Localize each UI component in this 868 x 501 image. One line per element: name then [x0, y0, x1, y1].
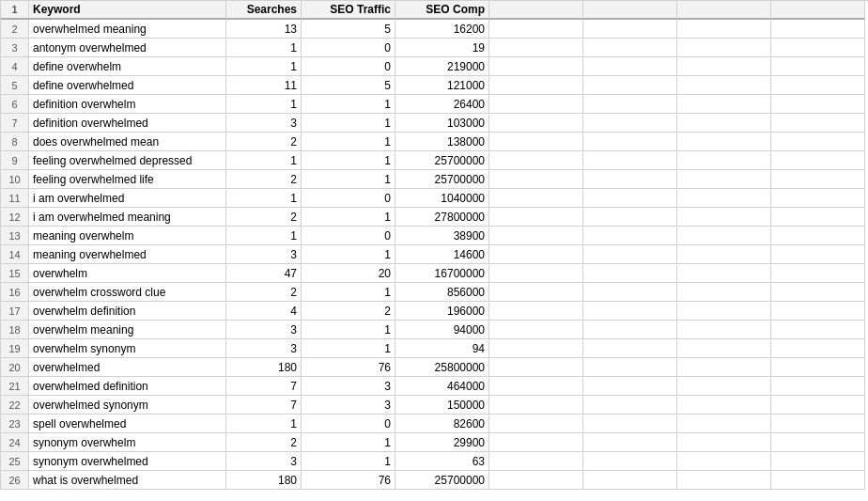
searches-cell[interactable]: 2 [226, 208, 302, 227]
seo-traffic-cell[interactable]: 1 [302, 95, 395, 114]
seo-comp-cell[interactable]: 1040000 [395, 189, 489, 208]
seo-comp-cell[interactable]: 25700000 [395, 471, 489, 490]
searches-cell[interactable]: 1 [226, 39, 302, 57]
searches-cell[interactable]: 1 [226, 151, 302, 170]
searches-cell[interactable]: 3 [226, 245, 302, 264]
seo-comp-cell[interactable]: 26400 [395, 95, 489, 114]
seo-traffic-cell[interactable]: 0 [302, 415, 395, 433]
keyword-cell[interactable]: meaning overwhelm [29, 227, 226, 245]
keyword-cell[interactable]: overwhelmed definition [29, 377, 226, 396]
seo-comp-cell[interactable]: 27800000 [395, 208, 489, 227]
keyword-cell[interactable]: definition overwhelm [29, 95, 226, 114]
seo-traffic-cell[interactable]: 20 [302, 264, 395, 283]
searches-cell[interactable]: 1 [226, 227, 302, 245]
searches-cell[interactable]: 1 [226, 189, 302, 208]
searches-cell[interactable]: 4 [226, 302, 302, 321]
seo-traffic-cell[interactable]: 0 [302, 39, 395, 57]
seo-comp-cell[interactable]: 19 [395, 39, 489, 57]
searches-cell[interactable]: 3 [226, 321, 302, 339]
seo-comp-cell[interactable]: 196000 [395, 302, 489, 321]
searches-cell[interactable]: 180 [226, 358, 302, 377]
keyword-cell[interactable]: meaning overwhelmed [29, 245, 226, 264]
seo-traffic-cell[interactable]: 1 [302, 283, 395, 302]
seo-comp-cell[interactable]: 14600 [395, 245, 489, 264]
keyword-cell[interactable]: what is overwhelmed [29, 471, 226, 490]
keyword-cell[interactable]: i am overwhelmed meaning [29, 208, 226, 227]
seo-comp-cell[interactable]: 25700000 [395, 170, 489, 189]
searches-cell[interactable]: 11 [226, 76, 302, 95]
seo-traffic-cell[interactable]: 1 [302, 452, 395, 471]
keyword-cell[interactable]: feeling overwhelmed depressed [29, 151, 226, 170]
keyword-cell[interactable]: overwhelm synonym [29, 339, 226, 358]
keyword-cell[interactable]: feeling overwhelmed life [29, 170, 226, 189]
searches-cell[interactable]: 2 [226, 283, 302, 302]
seo-comp-cell[interactable]: 29900 [395, 433, 489, 452]
keyword-cell[interactable]: overwhelm [29, 264, 226, 283]
seo-traffic-cell[interactable]: 1 [302, 151, 395, 170]
seo-traffic-cell[interactable]: 76 [302, 471, 395, 490]
keyword-cell[interactable]: overwhelm definition [29, 302, 226, 321]
searches-cell[interactable]: 13 [226, 20, 302, 39]
seo-traffic-cell[interactable]: 2 [302, 302, 395, 321]
seo-traffic-cell[interactable]: 3 [302, 396, 395, 415]
seo-comp-cell[interactable]: 25700000 [395, 151, 489, 170]
searches-cell[interactable]: 180 [226, 471, 302, 490]
seo-comp-cell[interactable]: 94000 [395, 321, 489, 339]
searches-cell[interactable]: 3 [226, 452, 302, 471]
seo-traffic-cell[interactable]: 1 [302, 433, 395, 452]
seo-traffic-cell[interactable]: 1 [302, 321, 395, 339]
searches-cell[interactable]: 2 [226, 170, 302, 189]
keyword-cell[interactable]: overwhelmed meaning [29, 20, 226, 39]
keyword-cell[interactable]: synonym overwhelm [29, 433, 226, 452]
seo-traffic-cell[interactable]: 1 [302, 133, 395, 151]
searches-cell[interactable]: 1 [226, 95, 302, 114]
seo-comp-cell[interactable]: 94 [395, 339, 489, 358]
keyword-cell[interactable]: define overwhelm [29, 57, 226, 76]
seo-traffic-cell[interactable]: 5 [302, 20, 395, 39]
seo-traffic-cell[interactable]: 1 [302, 339, 395, 358]
seo-comp-cell[interactable]: 38900 [395, 227, 489, 245]
searches-cell[interactable]: 1 [226, 57, 302, 76]
seo-comp-cell[interactable]: 103000 [395, 114, 489, 133]
seo-comp-cell[interactable]: 82600 [395, 415, 489, 433]
searches-cell[interactable]: 7 [226, 396, 302, 415]
seo-comp-cell[interactable]: 121000 [395, 76, 489, 95]
seo-traffic-cell[interactable]: 0 [302, 189, 395, 208]
seo-traffic-cell[interactable]: 1 [302, 208, 395, 227]
searches-cell[interactable]: 2 [226, 133, 302, 151]
seo-traffic-cell[interactable]: 5 [302, 76, 395, 95]
keyword-cell[interactable]: overwhelm crossword clue [29, 283, 226, 302]
seo-traffic-cell[interactable]: 1 [302, 170, 395, 189]
searches-cell[interactable]: 47 [226, 264, 302, 283]
seo-comp-cell[interactable]: 138000 [395, 133, 489, 151]
seo-comp-cell[interactable]: 219000 [395, 57, 489, 76]
searches-cell[interactable]: 3 [226, 339, 302, 358]
keyword-cell[interactable]: antonym overwhelmed [29, 39, 226, 57]
seo-traffic-cell[interactable]: 0 [302, 57, 395, 76]
seo-comp-cell[interactable]: 464000 [395, 377, 489, 396]
seo-traffic-cell[interactable]: 1 [302, 114, 395, 133]
seo-comp-cell[interactable]: 63 [395, 452, 489, 471]
keyword-cell[interactable]: does overwhelmed mean [29, 133, 226, 151]
searches-cell[interactable]: 2 [226, 433, 302, 452]
keyword-cell[interactable]: definition overwhelmed [29, 114, 226, 133]
searches-cell[interactable]: 7 [226, 377, 302, 396]
seo-comp-cell[interactable]: 856000 [395, 283, 489, 302]
seo-traffic-cell[interactable]: 1 [302, 245, 395, 264]
keyword-cell[interactable]: synonym overwhelmed [29, 452, 226, 471]
seo-comp-cell[interactable]: 25800000 [395, 358, 489, 377]
keyword-cell[interactable]: spell overwhelmed [29, 415, 226, 433]
seo-traffic-cell[interactable]: 3 [302, 377, 395, 396]
seo-comp-cell[interactable]: 16200 [395, 20, 489, 39]
searches-cell[interactable]: 3 [226, 114, 302, 133]
keyword-cell[interactable]: overwhelmed synonym [29, 396, 226, 415]
keyword-cell[interactable]: overwhelmed [29, 358, 226, 377]
keyword-cell[interactable]: overwhelm meaning [29, 321, 226, 339]
seo-comp-cell[interactable]: 16700000 [395, 264, 489, 283]
seo-traffic-cell[interactable]: 76 [302, 358, 395, 377]
keyword-cell[interactable]: i am overwhelmed [29, 189, 226, 208]
seo-comp-cell[interactable]: 150000 [395, 396, 489, 415]
searches-cell[interactable]: 1 [226, 415, 302, 433]
seo-traffic-cell[interactable]: 0 [302, 227, 395, 245]
keyword-cell[interactable]: define overwhelmed [29, 76, 226, 95]
